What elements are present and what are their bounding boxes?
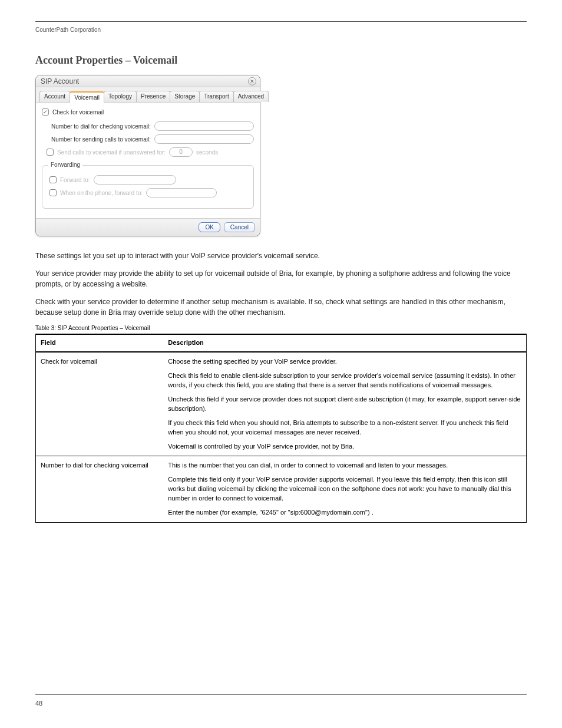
section-title: Account Properties – Voicemail <box>35 54 527 67</box>
cell-field: Check for voicemail <box>36 352 163 456</box>
busy-forward-input[interactable] <box>146 188 217 197</box>
busy-forward-checkbox[interactable] <box>49 189 57 196</box>
desc-line: Choose the setting specified by your VoI… <box>168 357 521 367</box>
desc-line: Uncheck this field if your service provi… <box>168 395 521 414</box>
cell-desc: This is the number that you can dial, in… <box>163 456 526 523</box>
voicemail-properties-table: Field Description Check for voicemail Ch… <box>36 334 526 523</box>
paragraph-1: These settings let you set up to interac… <box>35 251 527 261</box>
check-voicemail-checkbox[interactable] <box>42 108 49 116</box>
desc-line: Check this field to enable client-side s… <box>168 371 521 390</box>
cell-field: Number to dial for checking voicemail <box>36 456 163 523</box>
tab-transport[interactable]: Transport <box>199 91 233 102</box>
desc-line: Voicemail is controlled by your VoIP ser… <box>168 442 521 452</box>
forward-to-label: Forward to: <box>60 177 90 183</box>
tab-storage[interactable]: Storage <box>170 91 200 102</box>
desc-line: Enter the number (for example, "6245" or… <box>168 508 521 518</box>
dialog-title: SIP Account <box>41 77 79 85</box>
send-unanswered-unit: seconds <box>196 149 218 156</box>
table-caption: Table 3: SIP Account Properties – Voicem… <box>35 325 527 331</box>
tab-presence[interactable]: Presence <box>136 91 170 102</box>
check-voicemail-label: Check for voicemail <box>52 109 104 116</box>
busy-forward-label: When on the phone, forward to: <box>60 190 143 196</box>
cell-desc: Choose the setting specified by your VoI… <box>163 352 526 456</box>
table-header-field: Field <box>36 334 163 352</box>
tab-voicemail[interactable]: Voicemail <box>70 91 104 103</box>
sip-account-dialog: SIP Account ✕ Account Voicemail Topology… <box>35 75 260 236</box>
forwarding-legend: Forwarding <box>48 162 82 168</box>
ok-button[interactable]: OK <box>199 222 220 232</box>
paragraph-2: Your service provider may provide the ab… <box>35 268 527 289</box>
forward-to-input[interactable] <box>94 175 176 185</box>
desc-line: This is the number that you can dial, in… <box>168 461 521 470</box>
paragraph-3: Check with your service provider to dete… <box>35 297 527 318</box>
cancel-button[interactable]: Cancel <box>224 222 255 232</box>
send-unanswered-value[interactable]: 0 <box>169 147 193 157</box>
number-send-input[interactable] <box>154 134 254 144</box>
table-header-desc: Description <box>163 334 526 352</box>
page-number: 48 <box>35 700 42 707</box>
header-left: CounterPath Corporation <box>35 27 101 33</box>
tab-strip: Account Voicemail Topology Presence Stor… <box>36 87 260 103</box>
desc-line: Complete this field only if your VoIP se… <box>168 475 521 503</box>
table-row: Number to dial for checking voicemail Th… <box>36 456 526 523</box>
tab-account[interactable]: Account <box>39 91 70 102</box>
forward-to-checkbox[interactable] <box>49 176 57 183</box>
send-unanswered-label: Send calls to voicemail if unanswered fo… <box>57 149 166 156</box>
close-icon[interactable]: ✕ <box>248 77 256 85</box>
send-unanswered-checkbox[interactable] <box>47 149 54 156</box>
desc-line: If you check this field when you should … <box>168 419 521 437</box>
tab-topology[interactable]: Topology <box>104 91 137 102</box>
number-send-label: Number for sending calls to voicemail: <box>51 136 151 143</box>
forwarding-group: Forwarding Forward to: When on the phone… <box>42 165 254 209</box>
number-dial-label: Number to dial for checking voicemail: <box>51 123 151 130</box>
table-row: Check for voicemail Choose the setting s… <box>36 352 526 456</box>
number-dial-input[interactable] <box>154 121 254 131</box>
tab-advanced[interactable]: Advanced <box>233 91 269 102</box>
